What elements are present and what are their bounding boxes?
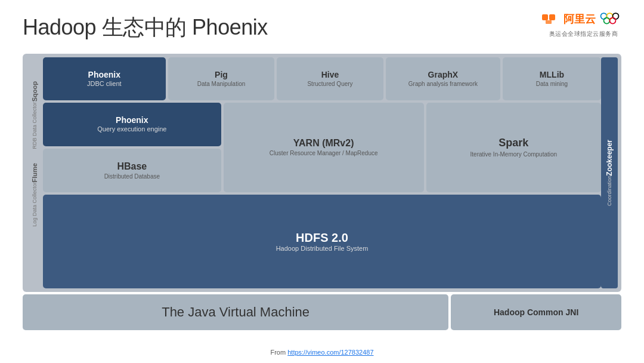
hbase-title: HBase [117, 161, 147, 172]
yarn-title: YARN (MRv2) [293, 137, 354, 149]
flume-label: Flume Log Data Collector [26, 144, 43, 245]
svg-point-6 [604, 18, 610, 24]
zookeeper-name: Zookeeper [605, 140, 614, 176]
hadoop-common-cell: Hadoop Common JNI [451, 294, 621, 330]
pig-title: Pig [215, 70, 228, 80]
zookeeper-label: Zookeeper Coordination [601, 57, 618, 288]
pig-cell: Pig Data Manipulation [168, 57, 275, 100]
phoenix-query-title: Phoenix [116, 115, 148, 125]
hive-cell: Hive Structured Query [277, 57, 383, 100]
left-col: Phoenix Query execution engine HBase Dis… [43, 103, 221, 192]
pig-subtitle: Data Manipulation [197, 81, 246, 88]
svg-rect-1 [549, 14, 555, 20]
svg-point-7 [610, 18, 616, 24]
logo-area: 阿里云 奥运会全球指定云服务商 [541, 10, 626, 38]
zookeeper-sub: Coordination [606, 176, 612, 206]
spark-cell: Spark Iterative In-Memory Computation [426, 103, 601, 192]
phoenix-jdbc-cell: Phoenix JDBC client [43, 57, 166, 100]
spark-subtitle: Iterative In-Memory Computation [470, 151, 558, 158]
page-title: Hadoop 生态中的 Phoenix [23, 13, 268, 42]
phoenix-query-subtitle: Query execution engine [97, 125, 166, 133]
sqoop-name: Sqoop [31, 81, 38, 101]
jvm-cell: The Java Virtual Machine [23, 294, 448, 330]
aliyun-logo-icon [541, 10, 560, 29]
source-url[interactable]: https://vimeo.com/127832487 [287, 349, 373, 356]
hdfs-cell: HDFS 2.0 Hadoop Distributed File System [43, 195, 601, 289]
hive-title: Hive [321, 70, 339, 80]
olympics-icon [599, 10, 626, 28]
source-label: From [270, 349, 287, 356]
hbase-subtitle: Distributed Database [104, 173, 160, 180]
jvm-title: The Java Virtual Machine [162, 304, 309, 320]
graphx-cell: GraphX Graph analysis framework [386, 57, 500, 100]
hive-subtitle: Structured Query [307, 81, 352, 88]
graphx-subtitle: Graph analysis framework [408, 81, 478, 88]
brand-name: 阿里云 [564, 12, 596, 26]
hadoop-common-title: Hadoop Common JNI [494, 307, 578, 318]
yarn-subtitle: Cluster Resource Manager / MapReduce [270, 150, 378, 157]
phoenix-jdbc-title: Phoenix [88, 70, 120, 80]
flume-name: Flume [31, 163, 38, 182]
source-link: From https://vimeo.com/127832487 [270, 349, 373, 356]
hdfs-title: HDFS 2.0 [296, 230, 348, 245]
bottom-row: The Java Virtual Machine Hadoop Common J… [23, 294, 621, 330]
mlllib-cell: MLLib Data mining [503, 57, 601, 100]
svg-rect-0 [542, 14, 548, 20]
phoenix-jdbc-subtitle: JDBC client [87, 80, 121, 88]
phoenix-query-cell: Phoenix Query execution engine [43, 103, 221, 146]
svg-rect-2 [546, 20, 552, 24]
mlllib-subtitle: Data mining [536, 81, 568, 88]
flume-sub: Log Data Collector [32, 182, 38, 227]
inner-content: Phoenix JDBC client Pig Data Manipulatio… [43, 57, 601, 288]
graphx-title: GraphX [428, 70, 459, 80]
sqoop-sub: RDB Data Collector [32, 102, 38, 149]
row1: Phoenix JDBC client Pig Data Manipulatio… [43, 57, 601, 100]
diagram: Sqoop RDB Data Collector Flume Log Data … [23, 54, 621, 330]
logo-tagline: 奥运会全球指定云服务商 [541, 30, 626, 38]
spark-title: Spark [499, 137, 528, 150]
hbase-cell: HBase Distributed Database [43, 149, 221, 192]
yarn-cell: YARN (MRv2) Cluster Resource Manager / M… [224, 103, 424, 192]
hdfs-subtitle: Hadoop Distributed File System [276, 245, 369, 253]
middle-rows: Phoenix Query execution engine HBase Dis… [43, 103, 601, 192]
outer-frame: Sqoop RDB Data Collector Flume Log Data … [23, 54, 621, 292]
mlllib-title: MLLib [540, 70, 564, 80]
